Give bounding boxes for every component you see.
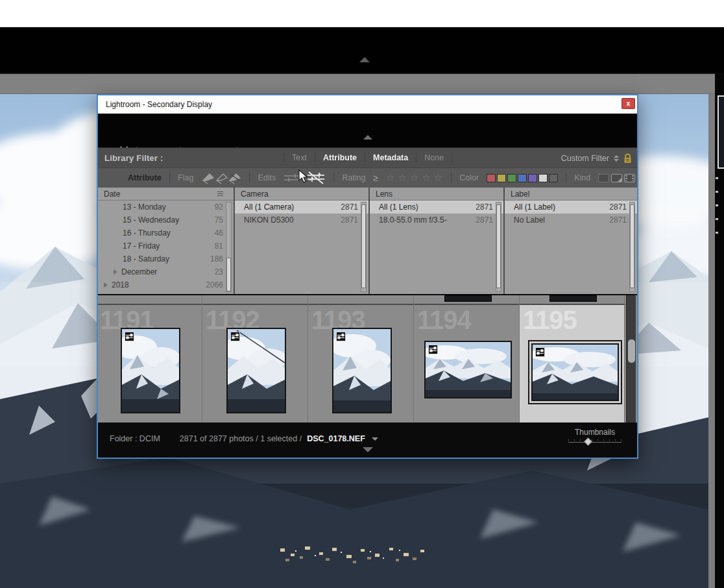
cell-index-number: 1195 bbox=[523, 306, 577, 335]
window-title: Lightroom - Secondary Display bbox=[98, 100, 212, 109]
kind-video-icon[interactable] bbox=[624, 174, 635, 182]
has-edits-filter-icon[interactable] bbox=[306, 171, 326, 185]
rating-operator[interactable]: ≥ bbox=[373, 173, 378, 183]
lock-icon[interactable] bbox=[623, 153, 632, 164]
column-header-camera[interactable]: Camera bbox=[235, 188, 368, 201]
kind-virtual-copy-icon[interactable] bbox=[611, 174, 622, 182]
scrollbar-thumb[interactable] bbox=[630, 204, 634, 288]
star-icon: ☆ bbox=[398, 172, 407, 184]
color-swatch-purple[interactable] bbox=[528, 174, 537, 182]
color-swatch-none[interactable] bbox=[549, 174, 558, 182]
date-row[interactable]: 15 - Wednesday75 bbox=[98, 214, 234, 227]
color-swatch-white[interactable] bbox=[538, 174, 548, 182]
grid-scrollbar-thumb[interactable] bbox=[628, 339, 635, 363]
date-row[interactable]: 13 - Monday92 bbox=[98, 201, 234, 214]
selected-thumbnail-frame bbox=[528, 340, 622, 404]
filter-tab-attribute[interactable]: Attribute bbox=[315, 153, 365, 162]
date-row[interactable]: 17 - Friday81 bbox=[98, 239, 234, 252]
top-white-strip bbox=[0, 0, 724, 27]
bottom-panel-reveal-arrow-icon[interactable] bbox=[363, 447, 373, 452]
expand-triangle-icon[interactable] bbox=[104, 282, 108, 288]
adjustments-badge-icon[interactable] bbox=[125, 332, 134, 341]
filter-tab-text[interactable]: Text bbox=[284, 153, 315, 162]
adjustments-badge-icon[interactable] bbox=[535, 347, 545, 357]
kind-master-photo-icon[interactable] bbox=[598, 174, 609, 182]
previous-row-thumbnail-edge[interactable] bbox=[444, 295, 492, 302]
photo-thumbnail-1194[interactable] bbox=[424, 341, 512, 398]
folder-label: Folder : DCIM bbox=[110, 434, 160, 443]
filter-column-label: Label All (1 Label)2871 No Label2871 bbox=[505, 188, 637, 294]
panel-mark bbox=[716, 218, 718, 220]
camera-row-selected[interactable]: All (1 Camera)2871 bbox=[235, 201, 368, 214]
main-window-topbar: Library Develop bbox=[0, 27, 724, 73]
attribute-label: Attribute bbox=[98, 173, 162, 182]
grid-row-divider bbox=[98, 304, 625, 305]
photo-thumbnail-1193[interactable] bbox=[332, 328, 392, 413]
flag-filter-icons[interactable] bbox=[201, 171, 241, 184]
column-header-date[interactable]: Date bbox=[98, 188, 234, 201]
lens-row[interactable]: 18.0-55.0 mm f/3.5-2871 bbox=[370, 214, 503, 227]
grid-cell-divider bbox=[519, 295, 520, 423]
window-titlebar[interactable]: Lightroom - Secondary Display x bbox=[98, 95, 637, 114]
grid-scrollbar[interactable] bbox=[626, 295, 636, 423]
panel-mark bbox=[716, 177, 718, 179]
panel-mark bbox=[716, 191, 718, 193]
rating-stars[interactable]: ☆☆☆☆☆ bbox=[386, 172, 443, 184]
date-row-expandable[interactable]: December23 bbox=[98, 265, 234, 278]
filter-tab-metadata[interactable]: Metadata bbox=[365, 153, 416, 162]
adjustments-badge-icon[interactable] bbox=[428, 345, 438, 354]
scrollbar-thumb[interactable] bbox=[496, 204, 501, 288]
color-swatch-blue[interactable] bbox=[518, 174, 527, 182]
date-row[interactable]: 16 - Thursday46 bbox=[98, 227, 234, 239]
color-swatch-green[interactable] bbox=[507, 174, 516, 182]
thumbnails-label: Thumbnails bbox=[568, 428, 621, 437]
date-column-scrollbar[interactable] bbox=[226, 202, 232, 292]
top-panel-reveal-arrow-icon[interactable] bbox=[359, 57, 370, 62]
close-button[interactable]: x bbox=[621, 98, 635, 109]
label-row[interactable]: No Label2871 bbox=[505, 214, 637, 227]
library-filter-label: Library Filter : bbox=[98, 153, 163, 163]
adjustments-badge-icon[interactable] bbox=[230, 332, 240, 341]
label-row-selected[interactable]: All (1 Label)2871 bbox=[505, 201, 637, 214]
selected-file-name[interactable]: DSC_0178.NEF bbox=[307, 434, 365, 443]
filter-tab-none[interactable]: None bbox=[416, 153, 452, 162]
photo-count-info: 2871 of 2877 photos / 1 selected / bbox=[180, 434, 302, 443]
thumbnail-slider-track[interactable] bbox=[568, 442, 621, 443]
status-bar: Folder : DCIM 2871 of 2877 photos / 1 se… bbox=[98, 423, 637, 458]
thumbnail-size-control: Thumbnails bbox=[568, 428, 621, 443]
color-swatch-yellow[interactable] bbox=[497, 174, 506, 182]
photo-thumbnail-1192[interactable] bbox=[226, 328, 286, 413]
previous-row-thumbnail-edge[interactable] bbox=[549, 295, 597, 302]
right-panel-edge bbox=[715, 73, 724, 588]
label-column-scrollbar[interactable] bbox=[629, 202, 635, 292]
column-header-lens[interactable]: Lens bbox=[370, 188, 503, 201]
header-reveal-arrow-icon[interactable] bbox=[363, 135, 372, 140]
lens-row-selected[interactable]: All (1 Lens)2871 bbox=[370, 201, 503, 214]
mouse-cursor bbox=[298, 169, 309, 184]
camera-column-scrollbar[interactable] bbox=[361, 202, 367, 292]
photo-thumbnail-1191[interactable] bbox=[121, 328, 180, 413]
scrollbar-thumb[interactable] bbox=[361, 204, 366, 288]
filter-mode-tabs: Text Attribute Metadata None bbox=[284, 148, 452, 168]
photo-thumbnail-1195-selected[interactable] bbox=[531, 343, 619, 401]
scrollbar-thumb[interactable] bbox=[226, 258, 231, 291]
expand-triangle-icon[interactable] bbox=[114, 269, 117, 275]
attribute-filter-row: Attribute Flag Edits bbox=[98, 167, 637, 188]
updown-arrows-icon[interactable] bbox=[614, 155, 619, 162]
kind-label: Kind bbox=[574, 173, 590, 182]
date-row[interactable]: 18 - Saturday186 bbox=[98, 252, 234, 265]
thumbnail-slider-thumb[interactable] bbox=[584, 437, 592, 446]
column-header-label[interactable]: Label bbox=[505, 188, 637, 201]
adjustments-badge-icon[interactable] bbox=[336, 332, 346, 341]
edits-label: Edits bbox=[258, 173, 276, 182]
lens-column-scrollbar[interactable] bbox=[496, 202, 501, 292]
camera-row[interactable]: NIKON D53002871 bbox=[235, 214, 368, 227]
filter-column-date: Date 13 - Monday92 15 - Wednesday75 16 -… bbox=[98, 188, 234, 294]
custom-filter-select[interactable]: Custom Filter bbox=[561, 154, 609, 163]
column-menu-icon[interactable] bbox=[217, 191, 223, 197]
file-dropdown-caret-icon[interactable] bbox=[372, 437, 378, 441]
kind-icons bbox=[598, 174, 635, 182]
color-swatch-red[interactable] bbox=[487, 174, 496, 182]
date-row-expandable[interactable]: 20182066 bbox=[98, 278, 234, 291]
filter-column-camera: Camera All (1 Camera)2871 NIKON D5300287… bbox=[235, 188, 368, 294]
